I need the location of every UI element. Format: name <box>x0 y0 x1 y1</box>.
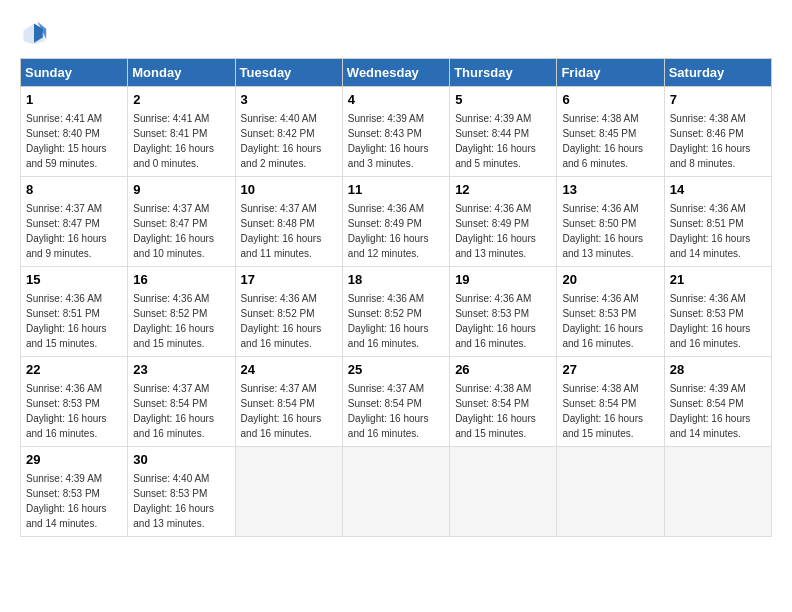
week-row-4: 22 Sunrise: 4:36 AMSunset: 8:53 PMDaylig… <box>21 357 772 447</box>
calendar-cell: 10 Sunrise: 4:37 AMSunset: 8:48 PMDaylig… <box>235 177 342 267</box>
day-number: 2 <box>133 91 229 109</box>
calendar-cell: 12 Sunrise: 4:36 AMSunset: 8:49 PMDaylig… <box>450 177 557 267</box>
day-info: Sunrise: 4:38 AMSunset: 8:45 PMDaylight:… <box>562 113 643 169</box>
page-header <box>20 20 772 48</box>
calendar-cell <box>664 447 771 537</box>
calendar-cell: 4 Sunrise: 4:39 AMSunset: 8:43 PMDayligh… <box>342 87 449 177</box>
day-number: 15 <box>26 271 122 289</box>
calendar-cell: 2 Sunrise: 4:41 AMSunset: 8:41 PMDayligh… <box>128 87 235 177</box>
day-number: 29 <box>26 451 122 469</box>
day-number: 19 <box>455 271 551 289</box>
calendar-cell: 20 Sunrise: 4:36 AMSunset: 8:53 PMDaylig… <box>557 267 664 357</box>
day-number: 12 <box>455 181 551 199</box>
day-info: Sunrise: 4:36 AMSunset: 8:53 PMDaylight:… <box>455 293 536 349</box>
day-number: 21 <box>670 271 766 289</box>
day-number: 23 <box>133 361 229 379</box>
day-info: Sunrise: 4:41 AMSunset: 8:40 PMDaylight:… <box>26 113 107 169</box>
day-number: 11 <box>348 181 444 199</box>
day-number: 5 <box>455 91 551 109</box>
calendar-table: SundayMondayTuesdayWednesdayThursdayFrid… <box>20 58 772 537</box>
day-number: 10 <box>241 181 337 199</box>
day-info: Sunrise: 4:36 AMSunset: 8:50 PMDaylight:… <box>562 203 643 259</box>
day-info: Sunrise: 4:36 AMSunset: 8:51 PMDaylight:… <box>26 293 107 349</box>
calendar-cell: 21 Sunrise: 4:36 AMSunset: 8:53 PMDaylig… <box>664 267 771 357</box>
day-info: Sunrise: 4:39 AMSunset: 8:53 PMDaylight:… <box>26 473 107 529</box>
day-number: 8 <box>26 181 122 199</box>
calendar-cell: 6 Sunrise: 4:38 AMSunset: 8:45 PMDayligh… <box>557 87 664 177</box>
calendar-cell: 22 Sunrise: 4:36 AMSunset: 8:53 PMDaylig… <box>21 357 128 447</box>
calendar-cell: 30 Sunrise: 4:40 AMSunset: 8:53 PMDaylig… <box>128 447 235 537</box>
calendar-cell: 23 Sunrise: 4:37 AMSunset: 8:54 PMDaylig… <box>128 357 235 447</box>
calendar-cell: 13 Sunrise: 4:36 AMSunset: 8:50 PMDaylig… <box>557 177 664 267</box>
day-info: Sunrise: 4:39 AMSunset: 8:43 PMDaylight:… <box>348 113 429 169</box>
calendar-cell: 5 Sunrise: 4:39 AMSunset: 8:44 PMDayligh… <box>450 87 557 177</box>
week-row-1: 1 Sunrise: 4:41 AMSunset: 8:40 PMDayligh… <box>21 87 772 177</box>
day-info: Sunrise: 4:37 AMSunset: 8:48 PMDaylight:… <box>241 203 322 259</box>
calendar-cell: 27 Sunrise: 4:38 AMSunset: 8:54 PMDaylig… <box>557 357 664 447</box>
day-info: Sunrise: 4:40 AMSunset: 8:42 PMDaylight:… <box>241 113 322 169</box>
calendar-cell: 18 Sunrise: 4:36 AMSunset: 8:52 PMDaylig… <box>342 267 449 357</box>
day-info: Sunrise: 4:37 AMSunset: 8:54 PMDaylight:… <box>133 383 214 439</box>
day-number: 13 <box>562 181 658 199</box>
day-info: Sunrise: 4:36 AMSunset: 8:52 PMDaylight:… <box>241 293 322 349</box>
day-number: 3 <box>241 91 337 109</box>
day-info: Sunrise: 4:36 AMSunset: 8:52 PMDaylight:… <box>348 293 429 349</box>
day-info: Sunrise: 4:36 AMSunset: 8:49 PMDaylight:… <box>348 203 429 259</box>
calendar-cell: 26 Sunrise: 4:38 AMSunset: 8:54 PMDaylig… <box>450 357 557 447</box>
weekday-header-row: SundayMondayTuesdayWednesdayThursdayFrid… <box>21 59 772 87</box>
calendar-cell <box>235 447 342 537</box>
day-info: Sunrise: 4:36 AMSunset: 8:53 PMDaylight:… <box>670 293 751 349</box>
calendar-cell: 1 Sunrise: 4:41 AMSunset: 8:40 PMDayligh… <box>21 87 128 177</box>
calendar-cell <box>450 447 557 537</box>
logo <box>20 20 52 48</box>
weekday-header-thursday: Thursday <box>450 59 557 87</box>
day-number: 30 <box>133 451 229 469</box>
calendar-cell: 19 Sunrise: 4:36 AMSunset: 8:53 PMDaylig… <box>450 267 557 357</box>
calendar-cell <box>342 447 449 537</box>
day-number: 9 <box>133 181 229 199</box>
day-number: 16 <box>133 271 229 289</box>
day-info: Sunrise: 4:41 AMSunset: 8:41 PMDaylight:… <box>133 113 214 169</box>
week-row-5: 29 Sunrise: 4:39 AMSunset: 8:53 PMDaylig… <box>21 447 772 537</box>
calendar-cell: 25 Sunrise: 4:37 AMSunset: 8:54 PMDaylig… <box>342 357 449 447</box>
day-info: Sunrise: 4:40 AMSunset: 8:53 PMDaylight:… <box>133 473 214 529</box>
logo-icon <box>20 20 48 48</box>
day-number: 25 <box>348 361 444 379</box>
day-info: Sunrise: 4:39 AMSunset: 8:44 PMDaylight:… <box>455 113 536 169</box>
calendar-cell: 11 Sunrise: 4:36 AMSunset: 8:49 PMDaylig… <box>342 177 449 267</box>
calendar-cell: 8 Sunrise: 4:37 AMSunset: 8:47 PMDayligh… <box>21 177 128 267</box>
weekday-header-friday: Friday <box>557 59 664 87</box>
day-info: Sunrise: 4:36 AMSunset: 8:51 PMDaylight:… <box>670 203 751 259</box>
day-number: 26 <box>455 361 551 379</box>
day-number: 14 <box>670 181 766 199</box>
weekday-header-wednesday: Wednesday <box>342 59 449 87</box>
day-number: 1 <box>26 91 122 109</box>
weekday-header-saturday: Saturday <box>664 59 771 87</box>
day-number: 22 <box>26 361 122 379</box>
day-number: 24 <box>241 361 337 379</box>
week-row-3: 15 Sunrise: 4:36 AMSunset: 8:51 PMDaylig… <box>21 267 772 357</box>
day-number: 7 <box>670 91 766 109</box>
day-number: 17 <box>241 271 337 289</box>
day-info: Sunrise: 4:38 AMSunset: 8:54 PMDaylight:… <box>562 383 643 439</box>
day-info: Sunrise: 4:37 AMSunset: 8:54 PMDaylight:… <box>241 383 322 439</box>
calendar-cell: 3 Sunrise: 4:40 AMSunset: 8:42 PMDayligh… <box>235 87 342 177</box>
calendar-cell <box>557 447 664 537</box>
day-info: Sunrise: 4:38 AMSunset: 8:46 PMDaylight:… <box>670 113 751 169</box>
calendar-cell: 15 Sunrise: 4:36 AMSunset: 8:51 PMDaylig… <box>21 267 128 357</box>
day-info: Sunrise: 4:36 AMSunset: 8:53 PMDaylight:… <box>562 293 643 349</box>
day-number: 28 <box>670 361 766 379</box>
weekday-header-monday: Monday <box>128 59 235 87</box>
day-number: 20 <box>562 271 658 289</box>
weekday-header-tuesday: Tuesday <box>235 59 342 87</box>
day-info: Sunrise: 4:38 AMSunset: 8:54 PMDaylight:… <box>455 383 536 439</box>
calendar-cell: 28 Sunrise: 4:39 AMSunset: 8:54 PMDaylig… <box>664 357 771 447</box>
day-info: Sunrise: 4:36 AMSunset: 8:52 PMDaylight:… <box>133 293 214 349</box>
day-number: 4 <box>348 91 444 109</box>
day-info: Sunrise: 4:36 AMSunset: 8:49 PMDaylight:… <box>455 203 536 259</box>
calendar-cell: 9 Sunrise: 4:37 AMSunset: 8:47 PMDayligh… <box>128 177 235 267</box>
day-info: Sunrise: 4:39 AMSunset: 8:54 PMDaylight:… <box>670 383 751 439</box>
day-info: Sunrise: 4:37 AMSunset: 8:54 PMDaylight:… <box>348 383 429 439</box>
weekday-header-sunday: Sunday <box>21 59 128 87</box>
calendar-cell: 16 Sunrise: 4:36 AMSunset: 8:52 PMDaylig… <box>128 267 235 357</box>
